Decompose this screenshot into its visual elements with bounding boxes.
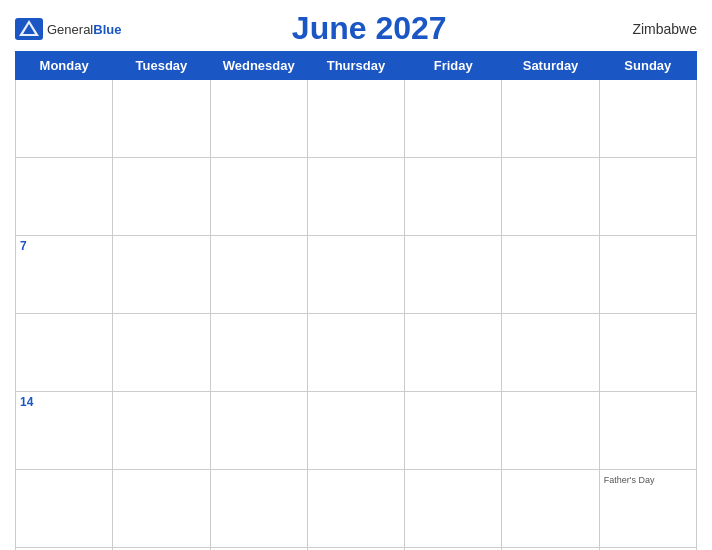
week-3-day-3-content <box>210 470 307 548</box>
week-1-day-6-content <box>502 158 599 236</box>
week-2-day-4-content <box>307 314 404 392</box>
week-3-day-5-date: 18 <box>405 392 502 470</box>
week-2-day-1-content <box>16 314 113 392</box>
country-label: Zimbabwe <box>617 21 697 37</box>
week-1-day-2-date: 1 <box>113 80 210 158</box>
week-3-day-1-date: 14 <box>16 392 113 470</box>
week-3-day-6-date: 19 <box>502 392 599 470</box>
week-3-date-row: 14151617181920 <box>16 392 697 470</box>
week-2-date-row: 78910111213 <box>16 236 697 314</box>
week-2-day-7-date: 13 <box>599 236 696 314</box>
week-2-day-3-content <box>210 314 307 392</box>
week-3-day-4-date: 17 <box>307 392 404 470</box>
page-header: GeneralBlue June 2027 Zimbabwe <box>15 10 697 47</box>
week-2-content-row <box>16 314 697 392</box>
week-1-day-4-date: 3 <box>307 80 404 158</box>
week-2-day-5-date: 11 <box>405 236 502 314</box>
week-1-day-4-content <box>307 158 404 236</box>
week-1-date-row: 123456 <box>16 80 697 158</box>
weekday-tuesday: Tuesday <box>113 52 210 80</box>
calendar-title-area: June 2027 <box>121 10 617 47</box>
week-2-day-4-date: 10 <box>307 236 404 314</box>
week-2-day-7-content <box>599 314 696 392</box>
week-3-day-7-content: Father's Day <box>599 470 696 548</box>
week-1-day-5-date: 4 <box>405 80 502 158</box>
week-1-day-1-content <box>16 158 113 236</box>
calendar-title: June 2027 <box>292 10 447 46</box>
weekday-sunday: Sunday <box>599 52 696 80</box>
week-1-day-7-content <box>599 158 696 236</box>
weekday-monday: Monday <box>16 52 113 80</box>
week-1-day-1-date <box>16 80 113 158</box>
week-3-day-1-content <box>16 470 113 548</box>
weekday-header-row: Monday Tuesday Wednesday Thursday Friday… <box>16 52 697 80</box>
week-2-day-2-date: 8 <box>113 236 210 314</box>
weekday-saturday: Saturday <box>502 52 599 80</box>
week-2-day-6-date: 12 <box>502 236 599 314</box>
week-1-day-3-date: 2 <box>210 80 307 158</box>
logo: GeneralBlue <box>15 18 121 40</box>
week-1-day-3-content <box>210 158 307 236</box>
week-3-day-4-content <box>307 470 404 548</box>
week-1-day-2-content <box>113 158 210 236</box>
week-2-day-6-content <box>502 314 599 392</box>
week-2-day-3-date: 9 <box>210 236 307 314</box>
week-1-day-7-date: 6 <box>599 80 696 158</box>
weekday-friday: Friday <box>405 52 502 80</box>
week-3-day-7-date: 20 <box>599 392 696 470</box>
week-2-day-5-content <box>405 314 502 392</box>
logo-text: GeneralBlue <box>47 20 121 38</box>
week-1-content-row <box>16 158 697 236</box>
week-1-day-6-date: 5 <box>502 80 599 158</box>
calendar-table: Monday Tuesday Wednesday Thursday Friday… <box>15 51 697 550</box>
week-2-day-1-date: 7 <box>16 236 113 314</box>
weekday-thursday: Thursday <box>307 52 404 80</box>
week-3-day-2-content <box>113 470 210 548</box>
weekday-wednesday: Wednesday <box>210 52 307 80</box>
week-3-day-5-content <box>405 470 502 548</box>
week-3-day-3-date: 16 <box>210 392 307 470</box>
logo-icon <box>15 18 43 40</box>
week-3-day-2-date: 15 <box>113 392 210 470</box>
week-3-day-6-content <box>502 470 599 548</box>
week-2-day-2-content <box>113 314 210 392</box>
week-3-content-row: Father's Day <box>16 470 697 548</box>
week-1-day-5-content <box>405 158 502 236</box>
